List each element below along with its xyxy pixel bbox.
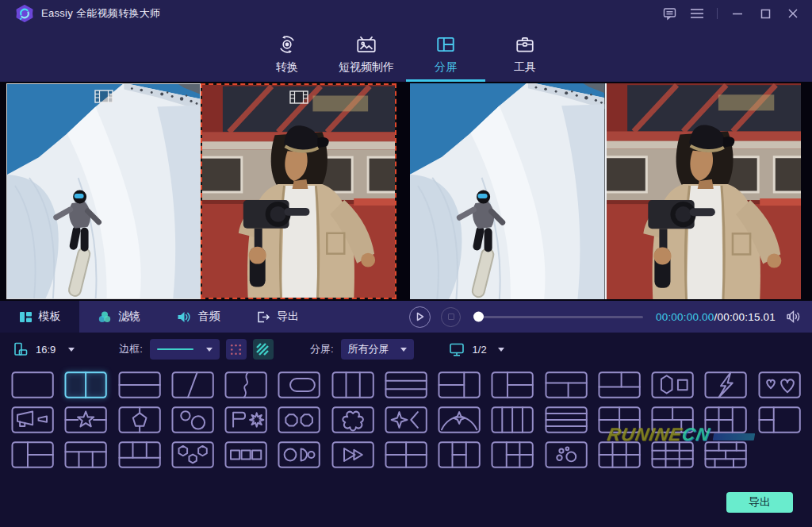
template-four-rows[interactable]: [545, 406, 588, 434]
template-two-cols[interactable]: [64, 371, 107, 399]
template-left-col-right-quad[interactable]: [491, 440, 534, 469]
template-grid-top-split[interactable]: [651, 406, 694, 434]
output-cell-cameraman[interactable]: [605, 83, 802, 299]
template-grid-left-quad[interactable]: [704, 406, 747, 434]
preview-area: [0, 82, 812, 301]
template-bubbles[interactable]: [545, 440, 588, 469]
export-icon: [256, 310, 270, 324]
play-button[interactable]: [409, 306, 431, 328]
tab-template[interactable]: 模板: [0, 301, 79, 333]
output-preview-panel: [410, 83, 801, 299]
split-cell-cameraman-selected[interactable]: [201, 83, 396, 299]
split-cell-snowboarder[interactable]: [6, 83, 201, 299]
template-left-rows-right-panel[interactable]: [758, 406, 801, 434]
border-pattern-button[interactable]: [253, 339, 274, 360]
template-grid-2x3[interactable]: [598, 440, 641, 469]
template-three-cols[interactable]: [331, 371, 374, 399]
stop-button[interactable]: [441, 307, 461, 327]
film-icon: [94, 90, 113, 103]
tab-split-screen-label: 分屏: [435, 60, 457, 75]
template-star-band[interactable]: [64, 406, 107, 434]
page-group[interactable]: 1/2: [449, 342, 504, 357]
template-empty-slot: [758, 440, 801, 469]
template-cols-mid-split[interactable]: [438, 440, 481, 469]
tab-short-video[interactable]: 短视频制作: [327, 27, 406, 82]
template-cross-and-bracket[interactable]: [385, 406, 427, 434]
aspect-caret-icon: [68, 348, 75, 352]
template-three-hexes[interactable]: [171, 440, 214, 469]
output-cell-snowboarder[interactable]: [410, 83, 605, 299]
template-flag-and-burst[interactable]: [224, 406, 267, 434]
title-bar: Eassiy 全能视频转换大师: [0, 0, 812, 27]
template-three-rows[interactable]: [385, 371, 427, 399]
audio-icon: [177, 310, 192, 324]
volume-icon[interactable]: [786, 310, 802, 324]
feedback-icon[interactable]: [661, 6, 677, 21]
timeline-handle[interactable]: [473, 312, 484, 322]
time-current: 00:00:00.00: [656, 311, 714, 323]
template-rows-top-split[interactable]: [598, 371, 641, 399]
template-pentagon-band[interactable]: [118, 406, 161, 434]
template-megaphones[interactable]: [11, 406, 54, 434]
template-three-squares[interactable]: [224, 440, 267, 469]
tab-convert[interactable]: 转换: [247, 27, 327, 82]
template-left-rows-right-col[interactable]: [438, 371, 481, 399]
filter-icon: [98, 310, 112, 324]
template-diagonal[interactable]: [171, 371, 214, 399]
template-two-hearts[interactable]: [758, 371, 801, 399]
template-rounded-inset[interactable]: [278, 371, 320, 399]
split-caret-icon: [400, 348, 407, 352]
tab-filter[interactable]: 滤镜: [79, 301, 159, 333]
export-bar: 导出: [0, 477, 812, 527]
template-grid: [0, 366, 812, 477]
edit-toolbar: 模板 滤镜 音频 导出 00:00:00.00/00:00:15.01: [0, 301, 812, 333]
titlebar-divider: [717, 8, 718, 19]
menu-icon[interactable]: [689, 6, 705, 21]
template-circle-shapes[interactable]: [278, 440, 320, 469]
template-two-octagons[interactable]: [278, 406, 320, 434]
tab-export-panel[interactable]: 导出: [238, 301, 317, 333]
template-four-cols[interactable]: [491, 406, 534, 434]
edit-preview-panel: [6, 83, 396, 299]
dashed-border-icon: [229, 343, 243, 356]
template-lightning[interactable]: [704, 371, 747, 399]
maximize-button[interactable]: [757, 6, 773, 21]
settings-bar: 16:9 边框: 分屏: 所有分屏 1/2: [0, 333, 812, 366]
border-label: 边框:: [119, 342, 143, 356]
template-left-col-right-rows[interactable]: [491, 371, 534, 399]
template-two-rows[interactable]: [118, 371, 161, 399]
template-mosaic[interactable]: [704, 440, 747, 469]
tab-template-label: 模板: [39, 310, 61, 324]
template-grid-3x3[interactable]: [651, 440, 694, 469]
template-hex-and-square[interactable]: [651, 371, 694, 399]
split-label: 分屏:: [310, 342, 334, 356]
border-dashed-button[interactable]: [226, 339, 247, 360]
close-button[interactable]: [785, 6, 801, 21]
split-scope-select[interactable]: 所有分屏: [341, 339, 414, 360]
template-wave[interactable]: [224, 371, 267, 399]
export-button[interactable]: 导出: [726, 492, 793, 513]
template-blank[interactable]: [11, 371, 54, 399]
tab-split-screen[interactable]: 分屏: [406, 27, 485, 82]
tab-tools[interactable]: 工具: [485, 27, 565, 82]
tab-audio[interactable]: 音频: [159, 301, 238, 333]
template-top-cols-bottom-band[interactable]: [118, 440, 161, 469]
minimize-button[interactable]: [730, 6, 745, 21]
timeline-slider[interactable]: [475, 316, 643, 318]
active-tab-underline: [406, 79, 485, 82]
template-rows-bottom-split[interactable]: [545, 371, 588, 399]
template-top-band-bottom-cols[interactable]: [64, 440, 107, 469]
tab-tools-label: 工具: [514, 60, 536, 75]
template-grid-2x2-b[interactable]: [385, 440, 427, 469]
template-two-circles[interactable]: [171, 406, 214, 434]
template-grid-2x2[interactable]: [598, 406, 641, 434]
template-left-col-right-rows-b[interactable]: [11, 440, 54, 469]
video-maker-icon: [355, 34, 377, 55]
border-style-select[interactable]: [150, 339, 220, 360]
template-two-triangles[interactable]: [331, 440, 374, 469]
template-icon: [19, 310, 33, 324]
aspect-ratio-group[interactable]: 16:9: [13, 341, 75, 357]
film-icon: [289, 90, 308, 104]
template-arc-star[interactable]: [438, 406, 481, 434]
template-clover[interactable]: [331, 406, 374, 434]
